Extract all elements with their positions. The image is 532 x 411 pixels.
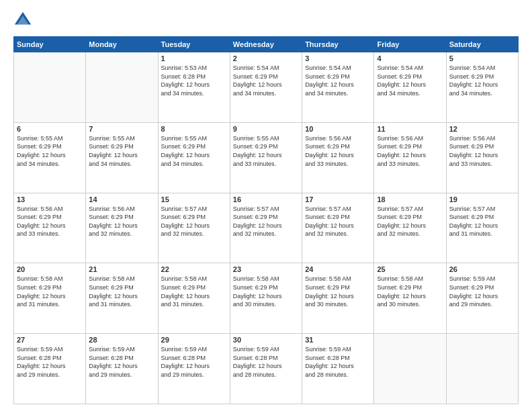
day-number: 30 <box>233 336 299 344</box>
col-header-sunday: Sunday <box>14 37 86 52</box>
calendar-cell: 11Sunrise: 5:56 AM Sunset: 6:29 PM Dayli… <box>374 122 446 193</box>
calendar-cell: 9Sunrise: 5:55 AM Sunset: 6:29 PM Daylig… <box>230 122 302 193</box>
calendar-cell: 15Sunrise: 5:57 AM Sunset: 6:29 PM Dayli… <box>158 193 230 263</box>
calendar-cell: 21Sunrise: 5:58 AM Sunset: 6:29 PM Dayli… <box>86 263 158 334</box>
day-number: 1 <box>161 54 227 62</box>
day-number: 28 <box>89 336 154 344</box>
day-detail: Sunrise: 5:54 AM Sunset: 6:29 PM Dayligh… <box>377 64 443 97</box>
col-header-thursday: Thursday <box>302 37 374 52</box>
calendar-cell: 23Sunrise: 5:58 AM Sunset: 6:29 PM Dayli… <box>230 263 302 334</box>
day-detail: Sunrise: 5:59 AM Sunset: 6:28 PM Dayligh… <box>305 345 371 379</box>
day-number: 22 <box>161 265 227 273</box>
day-detail: Sunrise: 5:59 AM Sunset: 6:28 PM Dayligh… <box>161 345 227 379</box>
day-detail: Sunrise: 5:58 AM Sunset: 6:29 PM Dayligh… <box>305 275 371 308</box>
calendar-cell: 3Sunrise: 5:54 AM Sunset: 6:29 PM Daylig… <box>302 52 374 123</box>
calendar-cell <box>14 52 86 123</box>
day-number: 2 <box>233 54 299 62</box>
calendar-cell: 1Sunrise: 5:53 AM Sunset: 6:28 PM Daylig… <box>158 52 230 123</box>
calendar-cell: 22Sunrise: 5:58 AM Sunset: 6:29 PM Dayli… <box>158 263 230 334</box>
day-number: 13 <box>17 195 83 203</box>
calendar-cell: 18Sunrise: 5:57 AM Sunset: 6:29 PM Dayli… <box>374 193 446 263</box>
day-number: 7 <box>89 125 154 133</box>
calendar-cell: 25Sunrise: 5:58 AM Sunset: 6:29 PM Dayli… <box>374 263 446 334</box>
calendar-cell: 24Sunrise: 5:58 AM Sunset: 6:29 PM Dayli… <box>302 263 374 334</box>
col-header-friday: Friday <box>374 37 446 52</box>
calendar-cell: 29Sunrise: 5:59 AM Sunset: 6:28 PM Dayli… <box>158 334 230 404</box>
day-detail: Sunrise: 5:54 AM Sunset: 6:29 PM Dayligh… <box>449 64 515 97</box>
day-number: 26 <box>449 265 515 273</box>
day-number: 14 <box>89 195 154 203</box>
day-detail: Sunrise: 5:59 AM Sunset: 6:28 PM Dayligh… <box>17 345 83 379</box>
day-detail: Sunrise: 5:58 AM Sunset: 6:29 PM Dayligh… <box>161 275 227 308</box>
col-header-monday: Monday <box>86 37 158 52</box>
day-number: 9 <box>233 125 299 133</box>
calendar-cell: 12Sunrise: 5:56 AM Sunset: 6:29 PM Dayli… <box>446 122 518 193</box>
calendar-cell <box>374 334 446 404</box>
day-number: 12 <box>449 125 515 133</box>
week-row-1: 6Sunrise: 5:55 AM Sunset: 6:29 PM Daylig… <box>14 122 519 193</box>
day-detail: Sunrise: 5:55 AM Sunset: 6:29 PM Dayligh… <box>161 134 227 168</box>
day-detail: Sunrise: 5:56 AM Sunset: 6:29 PM Dayligh… <box>17 205 83 238</box>
calendar-cell: 30Sunrise: 5:59 AM Sunset: 6:28 PM Dayli… <box>230 334 302 404</box>
day-detail: Sunrise: 5:58 AM Sunset: 6:29 PM Dayligh… <box>377 275 443 308</box>
calendar-cell: 26Sunrise: 5:59 AM Sunset: 6:29 PM Dayli… <box>446 263 518 334</box>
calendar-cell <box>446 334 518 404</box>
day-detail: Sunrise: 5:56 AM Sunset: 6:29 PM Dayligh… <box>377 134 443 168</box>
logo-icon <box>13 11 32 30</box>
day-number: 8 <box>161 125 227 133</box>
day-detail: Sunrise: 5:59 AM Sunset: 6:28 PM Dayligh… <box>233 345 299 379</box>
calendar-cell: 16Sunrise: 5:57 AM Sunset: 6:29 PM Dayli… <box>230 193 302 263</box>
day-number: 5 <box>449 54 515 62</box>
day-detail: Sunrise: 5:57 AM Sunset: 6:29 PM Dayligh… <box>449 205 515 238</box>
day-detail: Sunrise: 5:56 AM Sunset: 6:29 PM Dayligh… <box>305 134 371 168</box>
day-number: 25 <box>377 265 443 273</box>
day-detail: Sunrise: 5:57 AM Sunset: 6:29 PM Dayligh… <box>377 205 443 238</box>
day-number: 3 <box>305 54 371 62</box>
calendar-cell: 13Sunrise: 5:56 AM Sunset: 6:29 PM Dayli… <box>14 193 86 263</box>
day-number: 24 <box>305 265 371 273</box>
day-number: 18 <box>377 195 443 203</box>
day-detail: Sunrise: 5:53 AM Sunset: 6:28 PM Dayligh… <box>161 64 227 97</box>
calendar-cell: 8Sunrise: 5:55 AM Sunset: 6:29 PM Daylig… <box>158 122 230 193</box>
day-detail: Sunrise: 5:57 AM Sunset: 6:29 PM Dayligh… <box>305 205 371 238</box>
day-detail: Sunrise: 5:54 AM Sunset: 6:29 PM Dayligh… <box>233 64 299 97</box>
day-detail: Sunrise: 5:59 AM Sunset: 6:28 PM Dayligh… <box>89 345 154 379</box>
week-row-3: 20Sunrise: 5:58 AM Sunset: 6:29 PM Dayli… <box>14 263 519 334</box>
page: SundayMondayTuesdayWednesdayThursdayFrid… <box>0 0 532 411</box>
day-number: 31 <box>305 336 371 344</box>
day-detail: Sunrise: 5:57 AM Sunset: 6:29 PM Dayligh… <box>233 205 299 238</box>
calendar-cell: 31Sunrise: 5:59 AM Sunset: 6:28 PM Dayli… <box>302 334 374 404</box>
day-detail: Sunrise: 5:58 AM Sunset: 6:29 PM Dayligh… <box>89 275 154 308</box>
day-number: 21 <box>89 265 154 273</box>
day-detail: Sunrise: 5:58 AM Sunset: 6:29 PM Dayligh… <box>17 275 83 308</box>
calendar-cell: 28Sunrise: 5:59 AM Sunset: 6:28 PM Dayli… <box>86 334 158 404</box>
calendar-cell <box>86 52 158 123</box>
calendar-cell: 10Sunrise: 5:56 AM Sunset: 6:29 PM Dayli… <box>302 122 374 193</box>
day-number: 6 <box>17 125 83 133</box>
day-number: 4 <box>377 54 443 62</box>
col-header-tuesday: Tuesday <box>158 37 230 52</box>
week-row-0: 1Sunrise: 5:53 AM Sunset: 6:28 PM Daylig… <box>14 52 519 123</box>
day-number: 19 <box>449 195 515 203</box>
day-number: 10 <box>305 125 371 133</box>
day-number: 23 <box>233 265 299 273</box>
calendar-cell: 27Sunrise: 5:59 AM Sunset: 6:28 PM Dayli… <box>14 334 86 404</box>
calendar-cell: 20Sunrise: 5:58 AM Sunset: 6:29 PM Dayli… <box>14 263 86 334</box>
calendar: SundayMondayTuesdayWednesdayThursdayFrid… <box>13 36 519 404</box>
week-row-4: 27Sunrise: 5:59 AM Sunset: 6:28 PM Dayli… <box>14 334 519 404</box>
header <box>13 11 519 30</box>
day-number: 27 <box>17 336 83 344</box>
calendar-cell: 7Sunrise: 5:55 AM Sunset: 6:29 PM Daylig… <box>86 122 158 193</box>
logo <box>13 11 35 30</box>
col-header-wednesday: Wednesday <box>230 37 302 52</box>
calendar-cell: 2Sunrise: 5:54 AM Sunset: 6:29 PM Daylig… <box>230 52 302 123</box>
day-number: 17 <box>305 195 371 203</box>
col-header-saturday: Saturday <box>446 37 518 52</box>
day-number: 16 <box>233 195 299 203</box>
day-detail: Sunrise: 5:57 AM Sunset: 6:29 PM Dayligh… <box>161 205 227 238</box>
day-number: 11 <box>377 125 443 133</box>
day-detail: Sunrise: 5:58 AM Sunset: 6:29 PM Dayligh… <box>233 275 299 308</box>
day-detail: Sunrise: 5:56 AM Sunset: 6:29 PM Dayligh… <box>89 205 154 238</box>
day-detail: Sunrise: 5:59 AM Sunset: 6:29 PM Dayligh… <box>449 275 515 308</box>
day-number: 15 <box>161 195 227 203</box>
